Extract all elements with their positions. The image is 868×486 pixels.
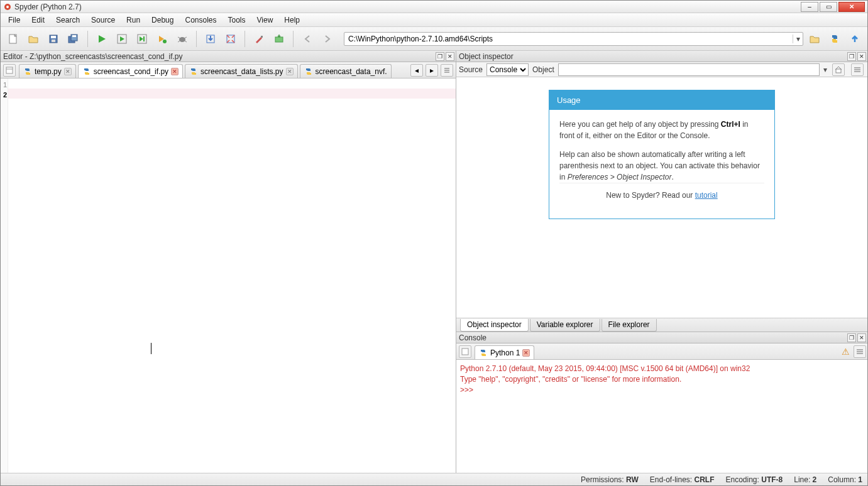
separator (196, 31, 197, 47)
tab-close-button[interactable]: ✕ (286, 68, 294, 75)
python-path-button[interactable] (270, 30, 288, 48)
tab-label: screencast_cond_if.py (94, 67, 168, 76)
tab-list-button[interactable] (441, 64, 453, 77)
close-pane-button[interactable]: ✕ (857, 333, 866, 342)
tab-scroll-left[interactable]: ◂ (410, 64, 423, 77)
minimize-button[interactable]: – (801, 2, 818, 12)
source-label: Source (459, 65, 483, 74)
parent-dir-button[interactable] (846, 30, 864, 48)
editor-tab-data-lists[interactable]: screencast_data_lists.py ✕ (185, 64, 297, 78)
console-switcher-button[interactable] (459, 345, 471, 358)
close-pane-button[interactable]: ✕ (857, 52, 866, 61)
tab-close-button[interactable]: ✕ (171, 68, 179, 75)
tab-label: screencast_data_nvf. (316, 67, 387, 76)
home-button[interactable] (832, 63, 845, 76)
status-encoding: Encoding: UTF-8 (726, 475, 783, 484)
tab-label: temp.py (35, 67, 62, 76)
close-pane-button[interactable]: ✕ (446, 52, 454, 61)
working-directory-dropdown[interactable]: ▾ (793, 35, 803, 43)
usage-body: Here you can get help of any object by p… (549, 110, 774, 219)
browse-folder-button[interactable] (806, 30, 823, 48)
tab-variable-explorer[interactable]: Variable explorer (530, 319, 600, 332)
close-button[interactable]: ✕ (838, 2, 865, 12)
options-button[interactable] (851, 63, 864, 76)
forward-button[interactable] (319, 30, 336, 48)
new-file-button[interactable] (4, 30, 22, 48)
back-button[interactable] (299, 30, 316, 48)
step-into-button[interactable] (202, 30, 219, 48)
open-file-button[interactable] (25, 30, 42, 48)
tab-close-button[interactable]: ✕ (64, 68, 72, 75)
svg-rect-20 (275, 37, 283, 42)
svg-rect-23 (462, 348, 468, 355)
menu-edit[interactable]: Edit (26, 14, 50, 26)
undock-button[interactable]: ❐ (847, 52, 856, 61)
console-output[interactable]: Python 2.7.10 (default, May 23 2015, 09:… (456, 360, 867, 473)
console-prompt: >>> (460, 385, 864, 396)
tab-object-inspector[interactable]: Object inspector (460, 319, 529, 332)
current-line-highlight (8, 89, 456, 99)
python-file-icon (189, 67, 198, 76)
undock-button[interactable]: ❐ (847, 333, 856, 342)
menu-consoles[interactable]: Consoles (180, 14, 221, 26)
editor-tabs: temp.py ✕ screencast_cond_if.py ✕ screen… (1, 62, 456, 78)
tab-close-button[interactable]: ✕ (522, 349, 530, 357)
run-selection-button[interactable] (153, 30, 171, 48)
working-directory-input[interactable] (344, 35, 793, 43)
app-window: Spyder (Python 2.7) – ▭ ✕ File Edit Sear… (0, 0, 868, 486)
svg-point-1 (6, 6, 9, 8)
statusbar: Permissions: RW End-of-lines: CRLF Encod… (1, 473, 867, 485)
menu-debug[interactable]: Debug (146, 14, 179, 26)
menu-run[interactable]: Run (121, 14, 145, 26)
tab-file-explorer[interactable]: File explorer (602, 319, 657, 332)
tab-label: Python 1 (490, 348, 520, 357)
usage-card: Usage Here you can get help of any objec… (549, 90, 775, 219)
menu-view[interactable]: View (252, 14, 278, 26)
console-tab-python1[interactable]: Python 1 ✕ (475, 345, 534, 359)
tutorial-link[interactable]: tutorial (695, 191, 718, 200)
code-area[interactable] (8, 78, 456, 473)
editor-pane: Editor - Z:\python_screencasts\screencas… (1, 51, 456, 473)
svg-line-14 (184, 37, 187, 38)
maximize-button[interactable]: ▭ (820, 2, 837, 12)
console-pane-title: Console (458, 333, 846, 342)
preferences-button[interactable] (250, 30, 268, 48)
menu-search[interactable]: Search (51, 14, 85, 26)
console-options-button[interactable] (854, 345, 866, 358)
code-editor[interactable]: 1 2 (1, 78, 456, 473)
tab-scroll-right[interactable]: ▸ (426, 64, 438, 77)
line-number: 1 (1, 80, 7, 90)
run-button[interactable] (93, 30, 111, 48)
object-inspector-section: Object inspector ❐ ✕ Source Console Obje… (456, 51, 867, 332)
editor-tab-data-nvf[interactable]: screencast_data_nvf. (300, 64, 392, 78)
run-cell-advance-button[interactable] (133, 30, 151, 48)
editor-tab-temp[interactable]: temp.py ✕ (19, 64, 76, 78)
python-icon (479, 348, 488, 357)
console-line: Type "help", "copyright", "credits" or "… (460, 374, 864, 385)
python-file-icon (304, 67, 313, 76)
inspector-pane-title: Object inspector (458, 52, 846, 61)
undock-button[interactable]: ❐ (436, 52, 444, 61)
maximize-pane-button[interactable] (222, 30, 239, 48)
window-buttons: – ▭ ✕ (801, 2, 865, 12)
inspector-toolbar: Source Console Object ▾ (456, 62, 867, 77)
file-switcher-button[interactable] (3, 64, 16, 77)
debug-button[interactable] (173, 30, 191, 48)
menu-source[interactable]: Source (86, 14, 120, 26)
object-dropdown[interactable]: ▾ (823, 65, 827, 74)
save-all-button[interactable] (65, 30, 82, 48)
menubar: File Edit Search Source Run Debug Consol… (1, 13, 867, 27)
save-button[interactable] (45, 30, 62, 48)
status-permissions: Permissions: RW (581, 475, 639, 484)
run-cell-button[interactable] (113, 30, 131, 48)
object-input[interactable] (558, 63, 820, 76)
python-icon[interactable] (826, 30, 843, 48)
menu-file[interactable]: File (3, 14, 25, 26)
working-directory[interactable]: ▾ (344, 32, 803, 46)
menu-tools[interactable]: Tools (223, 14, 251, 26)
editor-tab-cond-if[interactable]: screencast_cond_if.py ✕ (78, 64, 183, 78)
svg-rect-21 (6, 67, 13, 73)
menu-help[interactable]: Help (279, 14, 305, 26)
source-select[interactable]: Console (486, 63, 529, 76)
warning-icon: ⚠ (842, 347, 850, 357)
